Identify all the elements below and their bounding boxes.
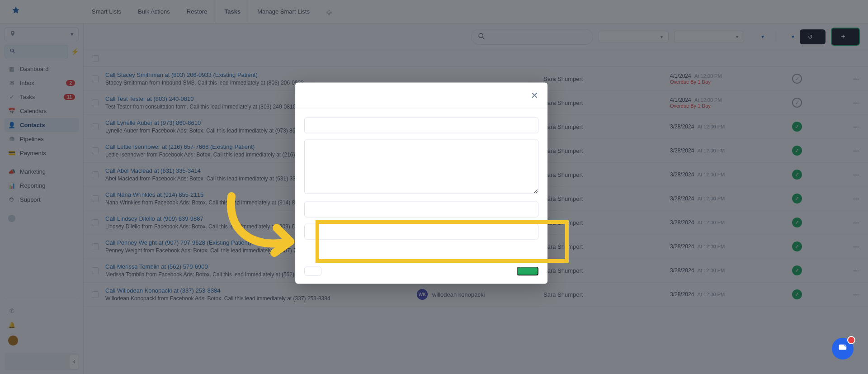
- task-description-input[interactable]: [304, 139, 538, 194]
- task-title-input[interactable]: [304, 117, 538, 133]
- assignee-select[interactable]: [304, 201, 538, 217]
- chat-fab[interactable]: +: [832, 338, 854, 360]
- add-task-modal: ✕: [295, 82, 547, 284]
- fab-badge: [847, 336, 855, 344]
- cancel-button[interactable]: [304, 266, 321, 275]
- contact-select[interactable]: [304, 223, 538, 239]
- svg-text:+: +: [845, 344, 846, 346]
- chat-icon: +: [838, 343, 848, 355]
- close-icon[interactable]: ✕: [531, 90, 538, 100]
- duedate-value[interactable]: [304, 246, 538, 251]
- save-button[interactable]: [517, 266, 538, 275]
